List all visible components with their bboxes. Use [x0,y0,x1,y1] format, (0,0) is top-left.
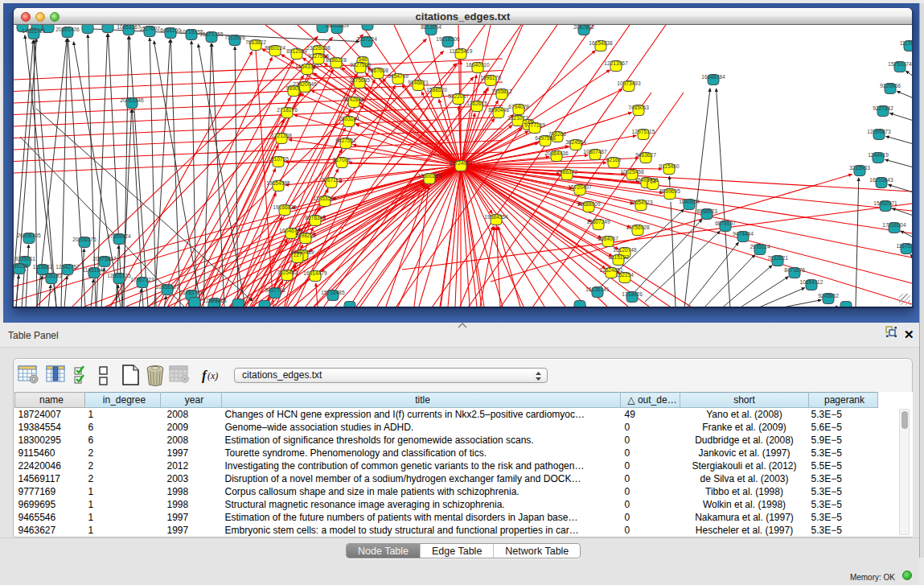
svg-text:746266: 746266 [548,131,566,137]
svg-text:1117850: 1117850 [900,40,912,46]
svg-text:62160: 62160 [606,157,622,163]
svg-text:12923468: 12923468 [203,298,227,303]
svg-text:817006: 817006 [333,157,351,163]
svg-text:5322037: 5322037 [448,93,469,99]
svg-text:16640910: 16640910 [466,62,490,68]
svg-text:8427552: 8427552 [335,138,356,143]
svg-text:16210643: 16210643 [869,177,893,183]
svg-text:6466160: 6466160 [160,27,181,33]
svg-text:8660124: 8660124 [265,45,285,51]
svg-text:11325419: 11325419 [450,48,473,54]
svg-text:1096176: 1096176 [480,75,501,80]
svg-text:6879197: 6879197 [715,220,736,226]
svg-text:9777169: 9777169 [524,122,545,128]
svg-text:1010755: 1010755 [268,156,289,162]
svg-text:8471676: 8471676 [784,267,805,273]
svg-text:16120746: 16120746 [613,247,637,253]
svg-text:10654112: 10654112 [800,279,823,285]
svg-text:9335061: 9335061 [14,256,35,262]
svg-text:12213967: 12213967 [604,60,628,66]
svg-text:3624554: 3624554 [565,139,586,145]
svg-text:18724007: 18724007 [449,160,473,166]
svg-text:19384554: 19384554 [484,214,508,220]
svg-text:16154838: 16154838 [589,40,613,46]
svg-text:8958923: 8958923 [696,208,717,214]
svg-text:15751074: 15751074 [888,61,912,67]
svg-text:2803144: 2803144 [339,116,359,122]
svg-text:23226058: 23226058 [306,45,331,51]
svg-text:8454749: 8454749 [388,73,409,79]
svg-text:2718176: 2718176 [277,107,298,113]
svg-text:7485063: 7485063 [628,105,649,110]
svg-text:9227342: 9227342 [873,105,893,111]
svg-text:9463627: 9463627 [635,152,656,158]
svg-text:7625402: 7625402 [277,270,298,275]
svg-text:9899695: 9899695 [659,188,680,194]
svg-text:1588520: 1588520 [426,87,447,93]
svg-text:16914479: 16914479 [303,270,327,276]
svg-text:2087682: 2087682 [573,25,594,30]
svg-text:16671355: 16671355 [199,31,224,37]
svg-text:1733426: 1733426 [622,291,643,297]
svg-text:252254: 252254 [616,272,634,278]
svg-text:2935114: 2935114 [749,244,770,249]
svg-text:7986372: 7986372 [556,169,577,175]
svg-text:26206105: 26206105 [17,233,41,238]
svg-text:64: 64 [650,179,656,184]
svg-text:2667608: 2667608 [368,68,388,73]
svg-text:546: 546 [358,56,367,62]
svg-text:15716485: 15716485 [321,290,345,295]
svg-text:1115682: 1115682 [33,264,53,270]
svg-text:12505135: 12505135 [107,273,131,278]
svg-text:10807487: 10807487 [583,149,607,154]
svg-text:11353594: 11353594 [314,196,337,201]
svg-text:9242848: 9242848 [343,97,364,102]
svg-text:9084067: 9084067 [598,236,618,241]
svg-text:1527602: 1527602 [139,26,160,31]
svg-text:3875685: 3875685 [349,77,370,83]
svg-text:19166825: 19166825 [273,204,297,210]
svg-text:15692971: 15692971 [873,200,897,206]
svg-text:9146821: 9146821 [408,80,429,85]
svg-text:8186328: 8186328 [326,57,347,63]
svg-text:1615192: 1615192 [608,254,629,260]
svg-text:7663822: 7663822 [245,39,266,45]
svg-text:9474444: 9474444 [733,231,754,237]
svg-text:7632621: 7632621 [767,255,788,261]
svg-text:15136141: 15136141 [585,286,610,292]
svg-text:12975115: 12975115 [632,129,655,134]
svg-text:16033809: 16033809 [325,25,349,28]
svg-text:3215933: 3215933 [849,165,870,171]
svg-text:18807249: 18807249 [586,219,610,225]
svg-text:17016504: 17016504 [882,222,906,228]
svg-text:1167533: 1167533 [896,243,912,249]
svg-text:12095873: 12095873 [867,129,891,134]
svg-text:19654985: 19654985 [266,180,290,186]
svg-text:939159: 939159 [14,263,28,269]
svg-text:17957223: 17957223 [130,277,154,282]
svg-text:15720407: 15720407 [568,184,592,190]
svg-text:9245652: 9245652 [818,293,839,299]
svg-text:7955812: 7955812 [491,89,512,94]
svg-text:16543382: 16543382 [295,64,319,69]
svg-text:5498222: 5498222 [295,233,316,238]
svg-text:9327508: 9327508 [350,62,371,68]
svg-text:10653267: 10653267 [117,25,141,30]
svg-text:17359924: 17359924 [107,233,131,239]
svg-text:20364436: 20364436 [544,150,569,156]
svg-text:3267110: 3267110 [321,177,342,183]
svg-text:1505183: 1505183 [41,273,62,278]
svg-text:1640954: 1640954 [679,199,700,204]
svg-text:23420046: 23420046 [293,81,317,87]
svg-text:(x): (x) [207,370,218,381]
svg-text:9115460: 9115460 [659,163,680,169]
svg-text:10688609: 10688609 [577,201,601,207]
svg-text:20053346: 20053346 [120,97,144,103]
svg-text:19756928: 19756928 [626,225,650,230]
svg-text:6794028: 6794028 [508,104,529,109]
svg-text:18300295: 18300295 [417,173,441,179]
svg-text:9457791: 9457791 [265,287,285,293]
svg-text:1362615: 1362615 [466,101,487,106]
svg-text:8990448: 8990448 [488,107,509,113]
svg-text:19218506: 19218506 [436,36,460,42]
